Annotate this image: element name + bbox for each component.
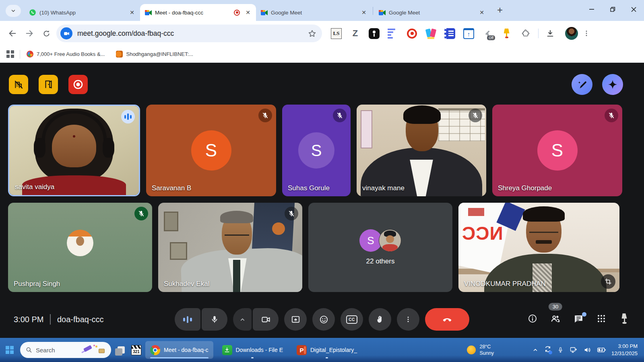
browser-menu-button[interactable] — [578, 25, 595, 42]
tab-google-meet-2[interactable]: Google Meet ✕ — [256, 4, 372, 21]
sync-tray-icon[interactable] — [544, 346, 551, 354]
tile-pushpraj-singh[interactable]: Pushpraj Singh — [8, 203, 152, 292]
lamp-overlay-button[interactable] — [619, 313, 630, 326]
activities-button[interactable] — [597, 314, 606, 325]
participant-name: Shreya Ghorpade — [498, 184, 552, 192]
crop-icon[interactable] — [601, 274, 615, 289]
pushpraj-photo-art — [8, 203, 152, 292]
camera-in-use-icon[interactable] — [60, 27, 72, 39]
tile-22-others[interactable]: S 22 others — [308, 203, 452, 292]
backdrop-off-button[interactable] — [9, 75, 28, 94]
extension-books-icon[interactable] — [425, 28, 436, 39]
stacked-windows-icon[interactable] — [118, 346, 125, 354]
meeting-details-button[interactable] — [528, 314, 537, 325]
captions-button[interactable]: CC — [341, 308, 363, 331]
arrow-up-glyph: ↑ — [467, 31, 471, 37]
extension-zotero-icon[interactable]: Z — [350, 28, 361, 39]
address-bar[interactable]: meet.google.com/doa-fbaq-ccc — [56, 25, 322, 42]
tab-close-icon[interactable]: ✕ — [359, 8, 369, 17]
meeting-time: 3:00 PM — [14, 315, 43, 324]
tile-vinodkumar-pradhan[interactable]: NCC VINODKUMAR PRADHAN — [458, 203, 619, 292]
tile-vinayak-mane[interactable]: vinayak mane — [357, 105, 486, 196]
tile-savita-vaidya[interactable]: savita vaidya — [8, 105, 140, 196]
volume-tray-icon[interactable] — [584, 346, 591, 354]
participant-name: Sukhadev Ekal — [164, 280, 209, 288]
search-placeholder: Search — [36, 347, 78, 354]
initial-avatar: S — [537, 130, 578, 171]
participants-button[interactable]: 30 — [550, 313, 561, 325]
tile-saravanan-b[interactable]: S Saravanan B — [146, 105, 276, 196]
chat-button[interactable] — [574, 314, 584, 325]
tile-suhas-gorule[interactable]: S Suhas Gorule — [282, 105, 351, 196]
start-button[interactable] — [6, 346, 14, 354]
camera-options-button[interactable] — [233, 308, 252, 331]
extension-off-icon[interactable]: Off — [482, 28, 493, 39]
record-button[interactable] — [68, 75, 88, 94]
extension-target-icon[interactable] — [407, 28, 417, 39]
close-button[interactable] — [623, 0, 644, 19]
raise-hand-button[interactable] — [369, 308, 391, 331]
bookmark-audiobooks[interactable]: 7,000+ Free Audio Books &... — [27, 51, 105, 58]
system-tray — [533, 346, 606, 354]
bookmark-shodhganga[interactable]: Shodhganga@INFLIBNET:... — [116, 51, 193, 58]
microphone-button[interactable] — [202, 308, 227, 331]
camera-button[interactable] — [253, 308, 279, 331]
tile-sukhadev-ekal[interactable]: Sukhadev Ekal — [158, 203, 302, 292]
google-meet-icon — [145, 10, 152, 16]
extension-doc-upload-icon[interactable]: ↑ — [463, 28, 474, 39]
taskbar-app-powerpoint[interactable]: P Digital_Epistolary_ — [292, 341, 362, 359]
extensions-puzzle-icon[interactable] — [520, 28, 531, 39]
profile-avatar[interactable] — [565, 27, 578, 40]
display-tray-icon[interactable] — [570, 346, 578, 354]
meet-control-bar: 3:00 PM doa-fbaq-ccc — [0, 307, 644, 331]
sync-status-dot — [549, 351, 552, 354]
new-tab-button[interactable]: + — [494, 4, 506, 16]
back-button[interactable] — [4, 25, 21, 42]
forward-button[interactable] — [21, 25, 38, 42]
taskbar-weather[interactable]: 28°C Sunny — [467, 343, 493, 357]
tray-chevron-icon[interactable] — [533, 347, 538, 353]
downloads-button[interactable] — [542, 25, 559, 42]
mic-tray-icon[interactable] — [557, 346, 564, 354]
bookmark-star-icon[interactable] — [308, 29, 316, 38]
taskbar-app-meet[interactable]: Meet - doa-fbaq-c — [145, 341, 213, 359]
gemini-sparkle-button[interactable] — [602, 74, 623, 95]
extension-lock-icon[interactable] — [369, 28, 380, 39]
chrome-icon — [150, 345, 160, 355]
magic-pen-button[interactable] — [572, 74, 592, 95]
door-button[interactable] — [39, 75, 58, 94]
tab-close-icon[interactable]: ✕ — [243, 8, 253, 17]
extension-bars-icon[interactable] — [388, 28, 398, 39]
reactions-button[interactable] — [312, 308, 335, 331]
tab-title: Google Meet — [271, 10, 356, 16]
present-button[interactable] — [284, 308, 307, 331]
minimize-button[interactable] — [581, 0, 602, 19]
apps-grid-icon[interactable] — [6, 50, 14, 58]
url-text[interactable]: meet.google.com/doa-fbaq-ccc — [77, 29, 303, 38]
end-call-button[interactable] — [425, 308, 469, 331]
tab-google-meet-3[interactable]: Google Meet ✕ — [374, 4, 490, 21]
tab-close-icon[interactable]: ✕ — [127, 8, 137, 17]
tab-search-button[interactable] — [6, 5, 21, 17]
reload-button[interactable] — [38, 25, 55, 42]
extension-ls-icon[interactable]: LS — [331, 28, 342, 39]
more-options-button[interactable] — [397, 308, 419, 331]
task-title: Meet - doa-fbaq-c — [164, 347, 208, 353]
taskbar-search[interactable]: Search — [20, 342, 111, 358]
tab-meet-active[interactable]: Meet - doa-fbaq-ccc ✕ — [140, 4, 256, 21]
media-player-classic-icon[interactable]: 321 — [131, 345, 141, 355]
initial-avatar: S — [298, 132, 334, 169]
extension-planner-icon[interactable] — [444, 28, 455, 39]
video-grid-row-1: savita vaidya S Saravanan B S Suhas Goru… — [8, 105, 622, 196]
extension-lamp-icon[interactable] — [501, 28, 512, 39]
taskbar-clock[interactable]: 3:00 PM 12/31/2025 — [611, 343, 638, 357]
building-off-icon — [13, 79, 24, 90]
others-count-label: 22 others — [366, 257, 395, 265]
tab-whatsapp[interactable]: (10) WhatsApp ✕ — [24, 4, 140, 21]
end-call-icon — [442, 314, 452, 325]
battery-tray-icon[interactable] — [597, 347, 606, 353]
tab-close-icon[interactable]: ✕ — [477, 8, 487, 17]
taskbar-app-downloads[interactable]: Downloads - File E — [217, 341, 288, 359]
restore-button[interactable] — [602, 0, 623, 19]
tile-shreya-ghorpade[interactable]: S Shreya Ghorpade — [492, 105, 622, 196]
